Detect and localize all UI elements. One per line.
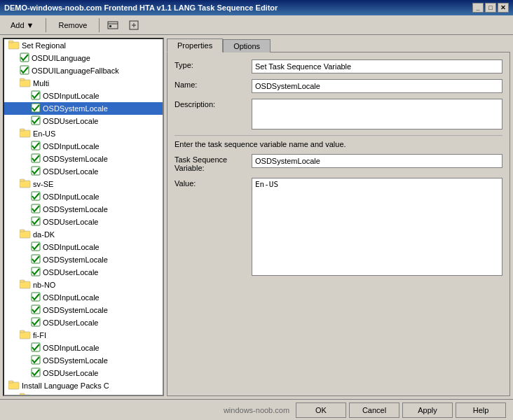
tree-item-label: da-DK bbox=[33, 230, 55, 239]
tree-item-label: OSDSystemLocale bbox=[43, 155, 108, 163]
tree-item-osdinputlocale-4[interactable]: OSDInputLocale bbox=[4, 241, 163, 253]
check-icon bbox=[31, 342, 41, 354]
svg-rect-6 bbox=[8, 42, 19, 49]
tree-item-osdsystemlocale-3[interactable]: OSDSystemLocale bbox=[4, 203, 163, 216]
tree-item-fi-fi[interactable]: fi-FI bbox=[4, 329, 163, 342]
tree-item-osdinputlocale-3[interactable]: OSDInputLocale bbox=[4, 190, 163, 203]
folder-icon bbox=[20, 178, 31, 190]
tree-item-osduserlocale-5[interactable]: OSDUserLocale bbox=[4, 316, 163, 329]
main-content: Set RegionalOSDUILanguageOSDUILanguageFa… bbox=[0, 35, 513, 399]
toolbar-icon-1[interactable] bbox=[105, 18, 121, 33]
folder-icon bbox=[20, 229, 31, 240]
description-label: Description: bbox=[175, 99, 252, 108]
tree-item-label: OSDUserLocale bbox=[43, 369, 98, 377]
folder-icon bbox=[20, 128, 31, 139]
tree-item-none-selected[interactable]: None selected bbox=[4, 392, 163, 396]
check-icon bbox=[31, 191, 41, 202]
add-button[interactable]: Add ▼ bbox=[4, 19, 40, 31]
value-input[interactable] bbox=[252, 178, 502, 276]
tab-properties[interactable]: Properties bbox=[167, 38, 223, 52]
properties-panel: Type: Name: Description: Enter the task … bbox=[167, 52, 510, 396]
svg-rect-30 bbox=[20, 281, 30, 288]
tree-item-osduserlocale-1[interactable]: OSDUserLocale bbox=[4, 115, 163, 127]
tree-item-install-lang-packs[interactable]: Install Language Packs C bbox=[4, 379, 163, 392]
apply-button[interactable]: Apply bbox=[402, 402, 453, 418]
tree-item-label: OSDUserLocale bbox=[43, 318, 98, 327]
svg-rect-43 bbox=[20, 393, 25, 396]
tree-item-label: OSDUILanguage bbox=[32, 54, 90, 62]
ok-button[interactable]: OK bbox=[296, 402, 346, 418]
check-icon bbox=[31, 267, 41, 278]
window-title: DEMO-windows-noob.com Frontend HTA v1.1 … bbox=[4, 4, 278, 12]
close-button[interactable]: ✕ bbox=[498, 3, 509, 13]
check-icon bbox=[31, 355, 41, 366]
tree-item-label: OSDUserLocale bbox=[43, 167, 98, 176]
name-input[interactable] bbox=[252, 79, 502, 93]
check-icon bbox=[31, 90, 41, 102]
tree-item-osdinputlocale-1[interactable]: OSDInputLocale bbox=[4, 90, 163, 102]
help-label: Help bbox=[473, 406, 489, 414]
svg-rect-16 bbox=[20, 129, 25, 131]
cancel-button[interactable]: Cancel bbox=[349, 402, 399, 418]
check-icon bbox=[31, 254, 41, 265]
maximize-button[interactable]: □ bbox=[485, 3, 496, 13]
svg-rect-31 bbox=[20, 280, 25, 282]
check-icon bbox=[31, 204, 41, 215]
remove-button[interactable]: Remove bbox=[52, 19, 93, 31]
tree-item-osduilanguage-1[interactable]: OSDUILanguage bbox=[4, 52, 163, 64]
tree-item-osdsystemlocale-5[interactable]: OSDSystemLocale bbox=[4, 304, 163, 316]
tree-item-label: OSDInputLocale bbox=[43, 344, 100, 352]
toolbar-icon-2[interactable] bbox=[126, 18, 142, 33]
toolbar-separator bbox=[46, 18, 46, 32]
tree-item-osdsystemlocale-6[interactable]: OSDSystemLocale bbox=[4, 354, 163, 367]
tree-item-label: Set Regional bbox=[22, 41, 66, 50]
tsv-input[interactable] bbox=[252, 154, 502, 168]
tree-item-multi-1[interactable]: Multi bbox=[4, 77, 163, 90]
check-icon bbox=[31, 241, 41, 253]
tree-item-en-us[interactable]: En-US bbox=[4, 127, 163, 140]
check-icon bbox=[20, 65, 29, 76]
tree-item-osdsystemlocale-1[interactable]: OSDSystemLocale bbox=[4, 102, 163, 115]
tree-item-osdinputlocale-6[interactable]: OSDInputLocale bbox=[4, 342, 163, 354]
tree-item-set-regional[interactable]: Set Regional bbox=[4, 39, 163, 52]
bottom-buttons: OK Cancel Apply Help bbox=[296, 402, 506, 418]
tree-item-nb-no[interactable]: nb-NO bbox=[4, 279, 163, 291]
svg-rect-35 bbox=[20, 332, 30, 339]
tree-item-label: OSDUserLocale bbox=[43, 218, 98, 226]
tree-item-label: Multi bbox=[33, 79, 49, 88]
tree-item-osdsystemlocale-4[interactable]: OSDSystemLocale bbox=[4, 253, 163, 266]
tree-item-label: OSDUILanguageFallback bbox=[32, 66, 119, 75]
svg-rect-7 bbox=[8, 41, 13, 43]
tree-item-osduserlocale-2[interactable]: OSDUserLocale bbox=[4, 165, 163, 178]
tree-item-osdinputlocale-5[interactable]: OSDInputLocale bbox=[4, 291, 163, 304]
help-button[interactable]: Help bbox=[456, 402, 506, 418]
tree-item-osdinputlocale-2[interactable]: OSDInputLocale bbox=[4, 140, 163, 153]
svg-rect-15 bbox=[20, 130, 30, 137]
folder-icon bbox=[20, 78, 31, 89]
tree-item-sv-se[interactable]: sv-SE bbox=[4, 178, 163, 190]
check-icon bbox=[31, 292, 41, 303]
watermark: windows-noob.com bbox=[224, 406, 289, 414]
add-label: Add bbox=[11, 21, 25, 29]
tree-item-osduilanguagefallback[interactable]: OSDUILanguageFallback bbox=[4, 64, 163, 77]
tree-item-osdsystemlocale-2[interactable]: OSDSystemLocale bbox=[4, 153, 163, 165]
toolbar: Add ▼ Remove bbox=[0, 15, 513, 35]
name-label: Name: bbox=[175, 79, 252, 89]
type-row: Type: bbox=[175, 59, 502, 74]
right-panel: Properties Options Type: Name: Descripti… bbox=[167, 38, 510, 396]
tree-panel[interactable]: Set RegionalOSDUILanguageOSDUILanguageFa… bbox=[3, 38, 164, 396]
tree-item-osduserlocale-4[interactable]: OSDUserLocale bbox=[4, 266, 163, 279]
tree-item-osduserlocale-3[interactable]: OSDUserLocale bbox=[4, 216, 163, 228]
add-dropdown-icon: ▼ bbox=[27, 21, 34, 29]
tab-options[interactable]: Options bbox=[223, 39, 271, 52]
apply-label: Apply bbox=[418, 406, 437, 414]
title-bar: DEMO-windows-noob.com Frontend HTA v1.1 … bbox=[0, 0, 513, 15]
tree-item-label: OSDSystemLocale bbox=[43, 104, 108, 113]
tree-item-osduserlocale-6[interactable]: OSDUserLocale bbox=[4, 367, 163, 379]
tree-item-da-dk[interactable]: da-DK bbox=[4, 228, 163, 241]
cancel-label: Cancel bbox=[362, 406, 386, 414]
tree-item-label: None selected bbox=[33, 394, 82, 396]
type-input[interactable] bbox=[252, 59, 502, 74]
description-input[interactable] bbox=[252, 99, 502, 130]
minimize-button[interactable]: _ bbox=[472, 3, 484, 13]
